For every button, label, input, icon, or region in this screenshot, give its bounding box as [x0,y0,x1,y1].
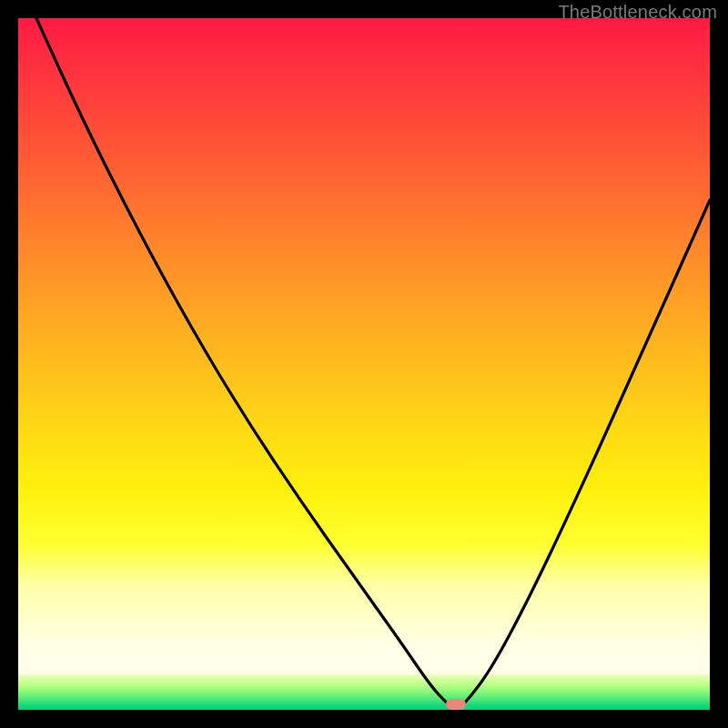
chart-frame: TheBottleneck.com [0,0,728,728]
bottleneck-curve [18,18,710,710]
optimum-marker [446,699,466,710]
plot-area [18,18,710,710]
